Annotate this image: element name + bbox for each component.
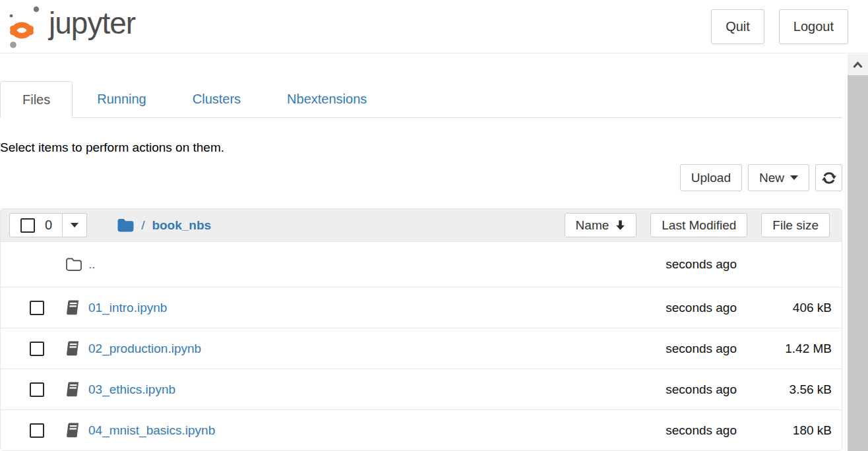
- notebook-icon: [65, 299, 80, 316]
- tab-nbextensions[interactable]: Nbextensions: [265, 81, 388, 118]
- checkbox-cell: [1, 382, 65, 397]
- icon-cell: [65, 381, 88, 398]
- scrollbar-up-button[interactable]: [848, 54, 868, 75]
- arrow-down-icon: [615, 220, 625, 231]
- select-all-group: 0: [9, 213, 87, 237]
- item-name-cell: 02_production.ipynb: [88, 342, 605, 356]
- new-dropdown-button[interactable]: New: [748, 164, 809, 191]
- instruction-text: Select items to perform actions on them.: [0, 140, 842, 155]
- breadcrumb-current-folder: book_nbs: [152, 218, 211, 233]
- scrollbar-thumb[interactable]: [848, 75, 868, 451]
- selected-count: 0: [45, 218, 52, 233]
- caret-down-icon: [790, 175, 798, 180]
- caret-down-icon: [71, 223, 78, 227]
- last-modified-cell: seconds ago: [605, 382, 737, 397]
- main-content: Files Running Clusters Nbextensions Sele…: [0, 53, 848, 451]
- list-item-notebook: 01_intro.ipynb seconds ago 406 kB: [1, 287, 842, 328]
- top-bar: jupyter Quit Logout: [0, 0, 868, 53]
- new-dropdown-label: New: [759, 171, 784, 185]
- row-checkbox[interactable]: [30, 423, 44, 438]
- select-filter-dropdown[interactable]: [63, 213, 87, 237]
- jupyter-logo-icon: [5, 4, 44, 49]
- notebook-icon: [65, 422, 80, 438]
- file-size-cell: 3.56 kB: [737, 382, 832, 397]
- notebook-icon: [65, 340, 80, 357]
- sort-name-button[interactable]: Name: [565, 213, 637, 237]
- list-item-notebook: 04_mnist_basics.ipynb seconds ago 180 kB: [1, 409, 842, 450]
- breadcrumb-root-link[interactable]: /: [141, 218, 144, 233]
- refresh-button[interactable]: [815, 164, 842, 191]
- logo-wordmark: jupyter: [49, 8, 135, 45]
- file-size-cell: 1.42 MB: [737, 342, 832, 356]
- sort-buttons: Name Last Modified File size: [565, 213, 830, 237]
- icon-cell: [65, 422, 88, 438]
- sort-name-label: Name: [576, 218, 609, 233]
- item-name-cell: 04_mnist_basics.ipynb: [88, 423, 605, 438]
- checkbox-cell: [1, 423, 65, 438]
- tab-bar: Files Running Clusters Nbextensions: [0, 81, 842, 118]
- icon-cell: [65, 257, 88, 272]
- quit-button[interactable]: Quit: [711, 9, 764, 44]
- parent-folder-link[interactable]: ..: [88, 257, 96, 271]
- icon-cell: [65, 340, 88, 357]
- sort-file-size-button[interactable]: File size: [761, 213, 830, 237]
- vertical-scrollbar[interactable]: [848, 54, 868, 451]
- file-size-cell: 406 kB: [737, 301, 832, 315]
- notebook-link[interactable]: 03_ethics.ipynb: [88, 382, 175, 396]
- item-name-cell: 03_ethics.ipynb: [88, 382, 605, 397]
- list-header: 0 / book_nbs Name: [1, 209, 842, 242]
- row-checkbox[interactable]: [30, 301, 44, 315]
- tab-clusters[interactable]: Clusters: [171, 81, 263, 118]
- checkbox-cell: [1, 301, 65, 315]
- refresh-icon: [821, 170, 837, 186]
- session-buttons: Quit Logout: [711, 9, 848, 44]
- logout-button[interactable]: Logout: [779, 9, 848, 44]
- notebook-list: 0 / book_nbs Name: [0, 208, 842, 451]
- jupyter-logo: jupyter: [5, 4, 135, 49]
- chevron-up-icon: [852, 61, 863, 69]
- notebook-link[interactable]: 04_mnist_basics.ipynb: [88, 423, 215, 437]
- sort-last-modified-button[interactable]: Last Modified: [650, 213, 747, 237]
- last-modified-cell: seconds ago: [605, 301, 737, 315]
- jupyter-file-browser: jupyter Quit Logout Files Running Cluste…: [0, 0, 868, 451]
- tab-running[interactable]: Running: [75, 81, 168, 118]
- notebook-link[interactable]: 02_production.ipynb: [88, 342, 201, 355]
- breadcrumb: / book_nbs: [117, 218, 211, 233]
- notebook-icon: [65, 381, 80, 398]
- select-all-button[interactable]: 0: [9, 213, 63, 237]
- folder-outline-icon: [65, 257, 82, 272]
- item-name-cell: 01_intro.ipynb: [88, 301, 605, 315]
- select-all-checkbox[interactable]: [20, 218, 35, 233]
- list-item-notebook: 03_ethics.ipynb seconds ago 3.56 kB: [1, 369, 842, 409]
- list-item-parent-folder: .. seconds ago: [1, 242, 842, 287]
- last-modified-cell: seconds ago: [605, 423, 737, 438]
- action-toolbar: Upload New: [0, 164, 842, 191]
- icon-cell: [65, 299, 88, 316]
- row-checkbox[interactable]: [30, 382, 44, 397]
- file-size-cell: 180 kB: [737, 423, 832, 438]
- folder-icon: [117, 218, 135, 233]
- row-checkbox[interactable]: [30, 342, 44, 356]
- tab-files[interactable]: Files: [0, 81, 73, 118]
- checkbox-cell: [1, 342, 65, 356]
- item-name-cell: ..: [88, 257, 605, 272]
- notebook-link[interactable]: 01_intro.ipynb: [88, 301, 167, 315]
- last-modified-cell: seconds ago: [605, 342, 737, 356]
- upload-button[interactable]: Upload: [680, 164, 742, 191]
- last-modified-cell: seconds ago: [605, 257, 737, 272]
- list-item-notebook: 02_production.ipynb seconds ago 1.42 MB: [1, 328, 842, 369]
